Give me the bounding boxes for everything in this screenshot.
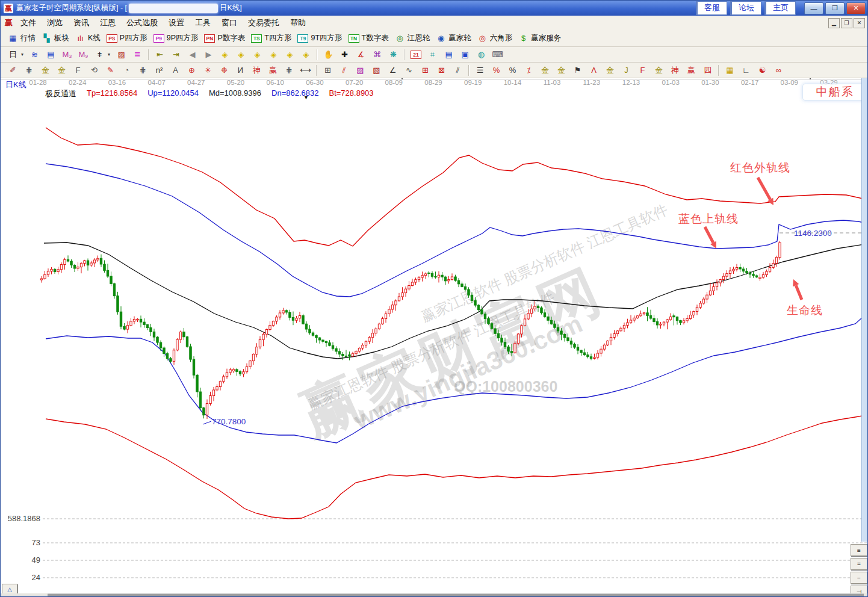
mdi-restore-button[interactable]: ❐ — [841, 18, 852, 28]
fibonacci-f-button[interactable]: F — [70, 65, 86, 76]
grid-red-button[interactable]: ⊞ — [417, 65, 433, 76]
web-data-button[interactable]: ◍ — [473, 49, 489, 60]
pan-right-button[interactable]: ◈ — [233, 49, 249, 60]
menu-gann[interactable]: 江恩 — [95, 16, 121, 29]
win-angle-button[interactable]: 赢 — [683, 65, 699, 76]
gann-wheel-button[interactable]: ◎江恩轮 — [392, 32, 433, 44]
shen-angle-button[interactable]: 神 — [667, 65, 683, 76]
zoom-out-x-button[interactable]: ◈ — [249, 49, 265, 60]
menu-trade-entrust[interactable]: 交易委托 — [243, 16, 285, 29]
a-wave-button[interactable]: Λ — [586, 65, 602, 76]
next-page-button[interactable]: ▶ — [200, 49, 217, 60]
chart-pane[interactable]: 赢家财富网 赢家江恩软件 股票分析软件 江恩工具软件 赢家江恩软件 股票分析软件… — [1, 78, 868, 597]
overlap-chart-button[interactable]: ≋ — [26, 49, 43, 60]
scale-list-button[interactable]: ☰ — [472, 65, 488, 76]
percent-button[interactable]: % — [504, 65, 521, 76]
vertical-scrollbar[interactable] — [861, 78, 867, 542]
close-button[interactable]: ✕ — [846, 2, 866, 14]
grid-ladder-button[interactable]: ⋕ — [135, 65, 151, 76]
menu-browse[interactable]: 浏览 — [42, 16, 68, 29]
fan-lines-button[interactable]: ⫽ — [336, 65, 352, 76]
angle-lines-button[interactable]: ∠ — [385, 65, 401, 76]
kline-chart-canvas[interactable]: 01-2802-2403-1604-0704-2705-2006-1006-30… — [1, 78, 868, 597]
candle-style-dropdown-icon[interactable]: ▾ — [108, 52, 110, 57]
restore-button[interactable]: ❐ — [825, 2, 845, 14]
count-grid-button[interactable]: ⋕ — [281, 65, 297, 76]
starburst-button[interactable]: ✳ — [200, 65, 216, 76]
menu-tools[interactable]: 工具 — [190, 16, 216, 29]
menu-window[interactable]: 窗口 — [216, 16, 243, 29]
time-dial-button[interactable]: ◔ — [119, 65, 135, 76]
fan-box-button[interactable]: ▨ — [352, 65, 368, 76]
wave-marks-button[interactable]: И — [232, 65, 249, 76]
forum-button[interactable]: 论坛 — [730, 1, 761, 15]
horizontal-scrollbar-thumb[interactable] — [48, 593, 864, 597]
layout-three-rows-button[interactable]: ≡ — [851, 544, 867, 556]
quotes-button[interactable]: ▦行情 — [5, 32, 39, 44]
n-square-button[interactable]: n² — [151, 65, 167, 76]
mdi-minimize-button[interactable]: ▁ — [828, 18, 840, 28]
info-document-button[interactable]: ▤ — [43, 49, 59, 60]
winner-service-button[interactable]: $赢家服务 — [515, 32, 564, 44]
notepad-button[interactable]: ▤ — [441, 49, 457, 60]
winner-wheel-button[interactable]: ◉赢家轮 — [433, 32, 474, 44]
win-grid-button[interactable]: 赢 — [265, 65, 281, 76]
9t-square-button[interactable]: T99T四方形 — [294, 32, 345, 44]
menu-help[interactable]: 帮助 — [285, 16, 311, 29]
period-day-button[interactable]: 日▾ — [5, 49, 26, 60]
calculator-button[interactable]: ⌗ — [424, 49, 441, 60]
volume-profile-button[interactable]: ≣ — [129, 49, 146, 60]
save-button[interactable]: ▣ — [457, 49, 473, 60]
percent-line-button[interactable]: ⁒ — [521, 65, 537, 76]
homepage-button[interactable]: 主页 — [764, 1, 796, 15]
indicator-name[interactable]: 极反通道 — [45, 88, 76, 99]
zigzag-wave-button[interactable]: ∿ — [401, 65, 417, 76]
last-page-button[interactable]: ⇥ — [168, 49, 184, 60]
menu-formula-stock-pick[interactable]: 公式选股 — [121, 16, 163, 29]
p-square-button[interactable]: PSP四方形 — [104, 32, 150, 44]
workstation-button[interactable]: ⌨ — [489, 49, 506, 60]
first-page-button[interactable]: ⇤ — [152, 49, 168, 60]
spiral-9-button[interactable]: ⟲ — [86, 65, 102, 76]
star-grid-button[interactable]: ❉ — [216, 65, 232, 76]
brush-tool-button[interactable]: ✐ — [5, 65, 21, 76]
horizontal-scrollbar[interactable] — [1, 593, 867, 597]
f-angle-button[interactable]: F — [634, 65, 651, 76]
zoom-in-x-button[interactable]: ◈ — [265, 49, 282, 60]
chart-3-button[interactable]: M₃ — [59, 49, 75, 60]
layout-two-rows-button[interactable]: = — [851, 558, 867, 570]
compress-x-button[interactable]: ◈ — [282, 49, 298, 60]
price-ladder-button[interactable]: ⋕ — [21, 65, 37, 76]
p-number-table-button[interactable]: PNP数字表 — [201, 32, 248, 44]
menu-news[interactable]: 资讯 — [68, 16, 95, 29]
parallel-lines-button[interactable]: ⫽ — [450, 65, 466, 76]
grid-red-2-button[interactable]: ⊠ — [433, 65, 450, 76]
mdi-close-button[interactable]: ✕ — [854, 18, 865, 28]
calendar-21-button[interactable]: 21 — [408, 50, 424, 60]
flag-knife-button[interactable]: ⚑ — [569, 65, 586, 76]
period-day-dropdown-icon[interactable]: ▾ — [21, 52, 23, 57]
smart-brain-button[interactable]: ❋ — [385, 49, 401, 60]
gold-section-circle-button[interactable]: 金 — [537, 65, 553, 76]
gold-section-button[interactable]: 金 — [553, 65, 569, 76]
tab-daily-kline[interactable]: 日K线 — [5, 79, 26, 90]
pan-left-button[interactable]: ◈ — [217, 49, 233, 60]
kline-button[interactable]: ılıK线 — [72, 32, 104, 44]
t-number-table-button[interactable]: TNT数字表 — [346, 32, 392, 44]
customer-service-button[interactable]: 客服 — [696, 1, 727, 15]
gold-circle-button[interactable]: 金 — [37, 65, 54, 76]
shen-grid-button[interactable]: 神 — [249, 65, 265, 76]
yinyang-button[interactable]: ☯ — [754, 65, 770, 76]
box-tool-button[interactable]: ⊞ — [320, 65, 336, 76]
region-map-button[interactable]: ▨ — [113, 49, 129, 60]
span-arrows-button[interactable]: ⟷ — [297, 65, 314, 76]
gold-angle-button[interactable]: 金 — [602, 65, 618, 76]
infinity-button[interactable]: ∞ — [770, 65, 787, 76]
9p-square-button[interactable]: P99P四方形 — [150, 32, 202, 44]
t-square-button[interactable]: TST四方形 — [248, 32, 294, 44]
grid-highlight-button[interactable]: ▦ — [722, 65, 738, 76]
gold-grid-button[interactable]: 金 — [54, 65, 70, 76]
prev-page-button[interactable]: ◀ — [184, 49, 200, 60]
minimize-button[interactable]: — — [804, 2, 823, 14]
gann-net-button[interactable]: ⌘ — [369, 49, 385, 60]
